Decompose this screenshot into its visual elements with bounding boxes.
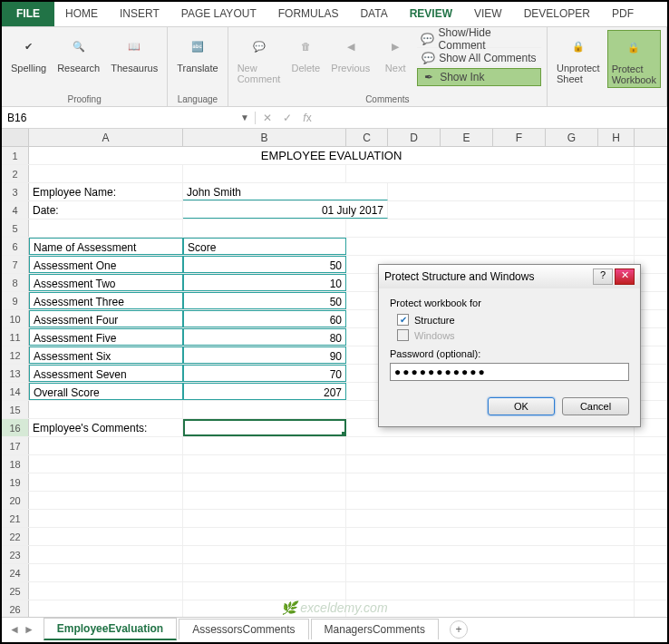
col-header-H[interactable]: H — [598, 129, 635, 146]
row-header[interactable]: 15 — [2, 401, 29, 418]
thesaurus-button[interactable]: 📖Thesaurus — [107, 30, 161, 75]
table-cell[interactable]: 80 — [183, 328, 346, 346]
row-header[interactable]: 24 — [2, 564, 29, 581]
row-header[interactable]: 8 — [2, 274, 29, 291]
cell[interactable]: Employee's Comments: — [29, 419, 183, 436]
row-header[interactable]: 22 — [2, 528, 29, 545]
col-header-C[interactable]: C — [346, 129, 388, 146]
new-comment-button[interactable]: 💬New Comment — [234, 30, 285, 86]
tab-data[interactable]: DATA — [349, 2, 398, 26]
cell[interactable] — [29, 165, 183, 182]
tab-home[interactable]: HOME — [54, 2, 109, 26]
row-header[interactable]: 16 — [2, 419, 29, 436]
row-header[interactable]: 20 — [2, 492, 29, 509]
cell[interactable] — [29, 582, 183, 600]
sheet-nav-prev[interactable]: ◄ — [9, 623, 20, 636]
row-header[interactable]: 7 — [2, 256, 29, 273]
table-header[interactable]: Name of Assessment — [29, 238, 183, 255]
cell[interactable] — [29, 437, 183, 454]
cell[interactable] — [183, 546, 346, 563]
table-cell[interactable]: 90 — [183, 346, 346, 364]
row-header[interactable]: 6 — [2, 238, 29, 255]
row-header[interactable]: 17 — [2, 437, 29, 454]
protect-workbook-button[interactable]: 🔒Protect Workbook — [607, 30, 661, 88]
table-cell[interactable]: Assessment One — [29, 256, 183, 273]
cell[interactable] — [183, 564, 346, 581]
col-header-E[interactable]: E — [441, 129, 493, 146]
structure-checkbox-row[interactable]: ✔Structure — [397, 314, 629, 326]
table-header[interactable]: Score — [183, 238, 346, 255]
row-header[interactable]: 19 — [2, 473, 29, 491]
row-header[interactable]: 1 — [2, 147, 29, 164]
cancel-button[interactable]: Cancel — [562, 397, 629, 415]
table-cell[interactable]: 207 — [183, 383, 346, 400]
tab-view[interactable]: VIEW — [463, 2, 513, 26]
cell[interactable] — [183, 510, 346, 527]
show-all-comments-button[interactable]: 💬Show All Comments — [417, 49, 541, 67]
cell[interactable] — [29, 564, 183, 581]
table-cell[interactable]: 10 — [183, 274, 346, 291]
cell[interactable] — [183, 455, 346, 473]
enter-formula-button[interactable]: ✓ — [279, 112, 296, 124]
tab-formulas[interactable]: FORMULAS — [267, 2, 350, 26]
col-header-G[interactable]: G — [546, 129, 598, 146]
cell[interactable] — [183, 492, 346, 509]
col-header-B[interactable]: B — [183, 129, 346, 146]
unprotect-sheet-button[interactable]: 🔒Unprotect Sheet — [553, 30, 604, 86]
tab-pagelayout[interactable]: PAGE LAYOUT — [170, 2, 267, 26]
previous-comment-button[interactable]: ◀Previous — [327, 30, 373, 75]
cell[interactable] — [183, 528, 346, 545]
tab-review[interactable]: REVIEW — [399, 2, 463, 26]
cell[interactable]: 01 July 2017 — [183, 201, 388, 219]
table-cell[interactable]: Assessment Three — [29, 292, 183, 309]
dialog-titlebar[interactable]: Protect Structure and Windows ? ✕ — [379, 265, 640, 288]
chevron-down-icon[interactable]: ▼ — [240, 112, 249, 122]
table-cell[interactable]: 50 — [183, 256, 346, 273]
next-comment-button[interactable]: ▶Next — [377, 30, 413, 75]
sheet-tab-employee-evaluation[interactable]: EmployeeEvaluation — [44, 618, 177, 640]
row-header[interactable]: 25 — [2, 582, 29, 600]
table-cell[interactable]: Assessment Six — [29, 346, 183, 364]
table-cell[interactable]: 60 — [183, 310, 346, 327]
sheet-tab-managers-comments[interactable]: ManagersComments — [311, 619, 439, 639]
cell[interactable] — [183, 473, 346, 491]
research-button[interactable]: 🔍Research — [53, 30, 103, 75]
name-box[interactable]: B16▼ — [2, 112, 256, 124]
cell[interactable]: Employee Name: — [29, 183, 183, 200]
translate-button[interactable]: 🔤Translate — [173, 30, 221, 75]
row-header[interactable]: 2 — [2, 165, 29, 182]
row-header[interactable]: 5 — [2, 220, 29, 237]
cancel-formula-button[interactable]: ✕ — [259, 112, 276, 124]
sheet-tab-assessors-comments[interactable]: AssessorsComments — [179, 619, 308, 639]
select-all-corner[interactable] — [2, 129, 29, 146]
row-header[interactable]: 21 — [2, 510, 29, 527]
cell[interactable] — [183, 600, 346, 618]
row-header[interactable]: 3 — [2, 183, 29, 200]
password-input[interactable]: ●●●●●●●●●●● — [390, 363, 629, 381]
cell[interactable] — [29, 600, 183, 618]
cell[interactable] — [29, 510, 183, 527]
cell[interactable] — [29, 401, 183, 418]
cell[interactable]: John Smith — [183, 183, 388, 200]
cell[interactable] — [29, 492, 183, 509]
show-hide-comment-button[interactable]: 💬Show/Hide Comment — [417, 30, 541, 48]
sheet-title[interactable]: EMPLOYEE EVALUATION — [29, 147, 635, 164]
cell[interactable] — [29, 546, 183, 563]
selected-cell[interactable] — [183, 419, 346, 436]
row-header[interactable]: 18 — [2, 455, 29, 473]
cell[interactable] — [183, 437, 346, 454]
add-sheet-button[interactable]: + — [450, 620, 468, 639]
row-header[interactable]: 11 — [2, 328, 29, 346]
fx-button[interactable]: fx — [299, 112, 315, 124]
cell[interactable] — [183, 582, 346, 600]
spelling-button[interactable]: ✔Spelling — [7, 30, 50, 75]
tab-pdf[interactable]: PDF — [601, 2, 645, 26]
col-header-F[interactable]: F — [493, 129, 546, 146]
cell[interactable] — [183, 401, 346, 418]
cell[interactable] — [183, 220, 346, 237]
cell[interactable] — [29, 473, 183, 491]
tab-developer[interactable]: DEVELOPER — [513, 2, 601, 26]
show-ink-button[interactable]: ✒Show Ink — [417, 68, 541, 86]
cell[interactable] — [29, 455, 183, 473]
sheet-nav-next[interactable]: ► — [24, 623, 34, 636]
